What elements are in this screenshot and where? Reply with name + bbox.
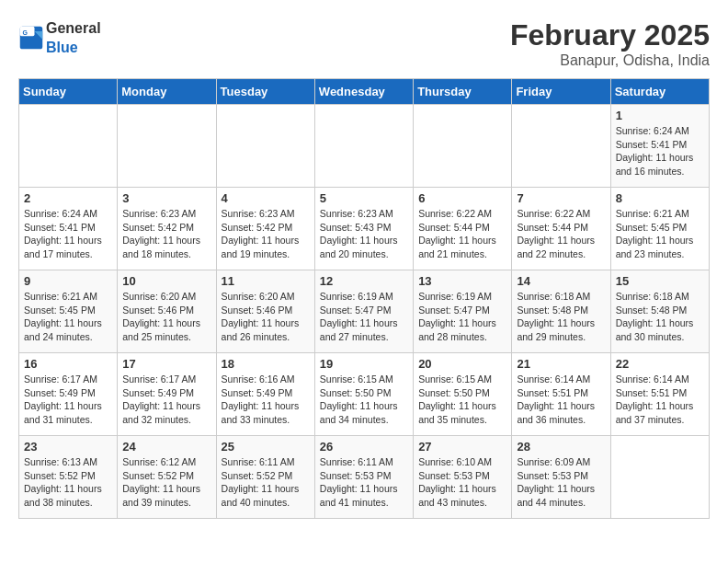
day-number: 9 [24, 274, 112, 288]
day-info: Sunrise: 6:15 AM Sunset: 5:50 PM Dayligh… [418, 373, 506, 427]
day-info: Sunrise: 6:22 AM Sunset: 5:44 PM Dayligh… [517, 207, 605, 261]
calendar-week-row: 23Sunrise: 6:13 AM Sunset: 5:52 PM Dayli… [19, 436, 710, 519]
calendar-cell: 17Sunrise: 6:17 AM Sunset: 5:49 PM Dayli… [118, 353, 216, 436]
weekday-header-saturday: Saturday [610, 79, 709, 105]
day-number: 6 [418, 191, 506, 205]
location-subtitle: Banapur, Odisha, India [510, 52, 710, 69]
calendar-cell: 22Sunrise: 6:14 AM Sunset: 5:51 PM Dayli… [610, 353, 709, 436]
day-info: Sunrise: 6:18 AM Sunset: 5:48 PM Dayligh… [517, 290, 605, 344]
calendar-cell: 3Sunrise: 6:23 AM Sunset: 5:42 PM Daylig… [118, 188, 216, 270]
day-number: 7 [517, 191, 605, 205]
weekday-header-sunday: Sunday [19, 79, 118, 105]
calendar-cell: 10Sunrise: 6:20 AM Sunset: 5:46 PM Dayli… [118, 270, 216, 353]
calendar-cell: 28Sunrise: 6:09 AM Sunset: 5:53 PM Dayli… [512, 436, 610, 519]
weekday-header-tuesday: Tuesday [216, 79, 314, 105]
day-info: Sunrise: 6:20 AM Sunset: 5:46 PM Dayligh… [122, 290, 210, 344]
calendar-cell: 12Sunrise: 6:19 AM Sunset: 5:47 PM Dayli… [314, 270, 413, 353]
day-info: Sunrise: 6:18 AM Sunset: 5:48 PM Dayligh… [616, 290, 704, 344]
day-info: Sunrise: 6:12 AM Sunset: 5:52 PM Dayligh… [122, 455, 210, 510]
day-number: 10 [122, 274, 210, 288]
calendar-cell [216, 105, 314, 188]
calendar-cell: 15Sunrise: 6:18 AM Sunset: 5:48 PM Dayli… [610, 270, 709, 353]
day-info: Sunrise: 6:10 AM Sunset: 5:53 PM Dayligh… [418, 455, 506, 510]
calendar-cell: 7Sunrise: 6:22 AM Sunset: 5:44 PM Daylig… [512, 188, 610, 270]
calendar-cell: 5Sunrise: 6:23 AM Sunset: 5:43 PM Daylig… [314, 188, 413, 270]
day-number: 15 [616, 274, 704, 288]
logo: G General Blue [18, 18, 101, 57]
calendar-cell: 1Sunrise: 6:24 AM Sunset: 5:41 PM Daylig… [610, 105, 709, 188]
day-number: 12 [320, 274, 408, 288]
day-info: Sunrise: 6:15 AM Sunset: 5:50 PM Dayligh… [320, 373, 408, 427]
day-number: 21 [517, 357, 605, 371]
day-info: Sunrise: 6:16 AM Sunset: 5:49 PM Dayligh… [222, 373, 310, 427]
day-info: Sunrise: 6:24 AM Sunset: 5:41 PM Dayligh… [616, 124, 704, 178]
month-title: February 2025 [510, 18, 710, 52]
day-info: Sunrise: 6:09 AM Sunset: 5:53 PM Dayligh… [517, 455, 605, 510]
day-info: Sunrise: 6:14 AM Sunset: 5:51 PM Dayligh… [616, 373, 704, 427]
calendar-cell: 25Sunrise: 6:11 AM Sunset: 5:52 PM Dayli… [216, 436, 314, 519]
day-info: Sunrise: 6:11 AM Sunset: 5:53 PM Dayligh… [320, 455, 408, 510]
calendar-cell: 13Sunrise: 6:19 AM Sunset: 5:47 PM Dayli… [414, 270, 512, 353]
day-number: 16 [24, 357, 112, 371]
svg-text:G: G [22, 29, 28, 36]
calendar-cell: 14Sunrise: 6:18 AM Sunset: 5:48 PM Dayli… [512, 270, 610, 353]
calendar-cell: 18Sunrise: 6:16 AM Sunset: 5:49 PM Dayli… [216, 353, 314, 436]
logo-icon: G [18, 25, 44, 51]
calendar-cell: 6Sunrise: 6:22 AM Sunset: 5:44 PM Daylig… [414, 188, 512, 270]
day-number: 27 [418, 440, 506, 454]
calendar-week-row: 2Sunrise: 6:24 AM Sunset: 5:41 PM Daylig… [19, 188, 710, 270]
day-info: Sunrise: 6:20 AM Sunset: 5:46 PM Dayligh… [222, 290, 310, 344]
calendar-cell: 21Sunrise: 6:14 AM Sunset: 5:51 PM Dayli… [512, 353, 610, 436]
weekday-header-monday: Monday [118, 79, 216, 105]
day-number: 25 [222, 440, 310, 454]
day-info: Sunrise: 6:11 AM Sunset: 5:52 PM Dayligh… [222, 455, 310, 510]
day-number: 11 [222, 274, 310, 288]
calendar-cell: 4Sunrise: 6:23 AM Sunset: 5:42 PM Daylig… [216, 188, 314, 270]
day-info: Sunrise: 6:22 AM Sunset: 5:44 PM Dayligh… [418, 207, 506, 261]
day-number: 24 [122, 440, 210, 454]
day-number: 23 [24, 440, 112, 454]
day-number: 26 [320, 440, 408, 454]
day-info: Sunrise: 6:17 AM Sunset: 5:49 PM Dayligh… [122, 373, 210, 427]
calendar-cell [19, 105, 118, 188]
day-number: 8 [616, 191, 704, 205]
day-number: 13 [418, 274, 506, 288]
day-info: Sunrise: 6:19 AM Sunset: 5:47 PM Dayligh… [418, 290, 506, 344]
day-number: 22 [616, 357, 704, 371]
day-number: 4 [222, 191, 310, 205]
calendar-cell: 9Sunrise: 6:21 AM Sunset: 5:45 PM Daylig… [19, 270, 118, 353]
day-number: 2 [24, 191, 112, 205]
day-info: Sunrise: 6:13 AM Sunset: 5:52 PM Dayligh… [24, 455, 112, 510]
calendar-cell: 19Sunrise: 6:15 AM Sunset: 5:50 PM Dayli… [314, 353, 413, 436]
day-info: Sunrise: 6:14 AM Sunset: 5:51 PM Dayligh… [517, 373, 605, 427]
weekday-header-thursday: Thursday [414, 79, 512, 105]
logo-blue: Blue [46, 40, 78, 55]
calendar-cell [610, 436, 709, 519]
calendar-cell: 26Sunrise: 6:11 AM Sunset: 5:53 PM Dayli… [314, 436, 413, 519]
day-number: 3 [122, 191, 210, 205]
weekday-header-friday: Friday [512, 79, 610, 105]
day-number: 19 [320, 357, 408, 371]
day-info: Sunrise: 6:23 AM Sunset: 5:42 PM Dayligh… [122, 207, 210, 261]
day-number: 14 [517, 274, 605, 288]
calendar-cell: 2Sunrise: 6:24 AM Sunset: 5:41 PM Daylig… [19, 188, 118, 270]
day-info: Sunrise: 6:24 AM Sunset: 5:41 PM Dayligh… [24, 207, 112, 261]
calendar-cell: 24Sunrise: 6:12 AM Sunset: 5:52 PM Dayli… [118, 436, 216, 519]
calendar-cell: 11Sunrise: 6:20 AM Sunset: 5:46 PM Dayli… [216, 270, 314, 353]
calendar-week-row: 16Sunrise: 6:17 AM Sunset: 5:49 PM Dayli… [19, 353, 710, 436]
day-info: Sunrise: 6:17 AM Sunset: 5:49 PM Dayligh… [24, 373, 112, 427]
calendar-cell [118, 105, 216, 188]
weekday-header-wednesday: Wednesday [314, 79, 413, 105]
calendar-cell: 8Sunrise: 6:21 AM Sunset: 5:45 PM Daylig… [610, 188, 709, 270]
calendar-cell [512, 105, 610, 188]
day-info: Sunrise: 6:23 AM Sunset: 5:42 PM Dayligh… [222, 207, 310, 261]
calendar-table: SundayMondayTuesdayWednesdayThursdayFrid… [18, 78, 710, 519]
day-info: Sunrise: 6:21 AM Sunset: 5:45 PM Dayligh… [616, 207, 704, 261]
calendar-cell: 16Sunrise: 6:17 AM Sunset: 5:49 PM Dayli… [19, 353, 118, 436]
calendar-week-row: 1Sunrise: 6:24 AM Sunset: 5:41 PM Daylig… [19, 105, 710, 188]
weekday-header-row: SundayMondayTuesdayWednesdayThursdayFrid… [19, 79, 710, 105]
calendar-cell: 27Sunrise: 6:10 AM Sunset: 5:53 PM Dayli… [414, 436, 512, 519]
page-header: G General Blue February 2025 Banapur, Od… [18, 18, 710, 69]
day-number: 18 [222, 357, 310, 371]
calendar-cell [414, 105, 512, 188]
